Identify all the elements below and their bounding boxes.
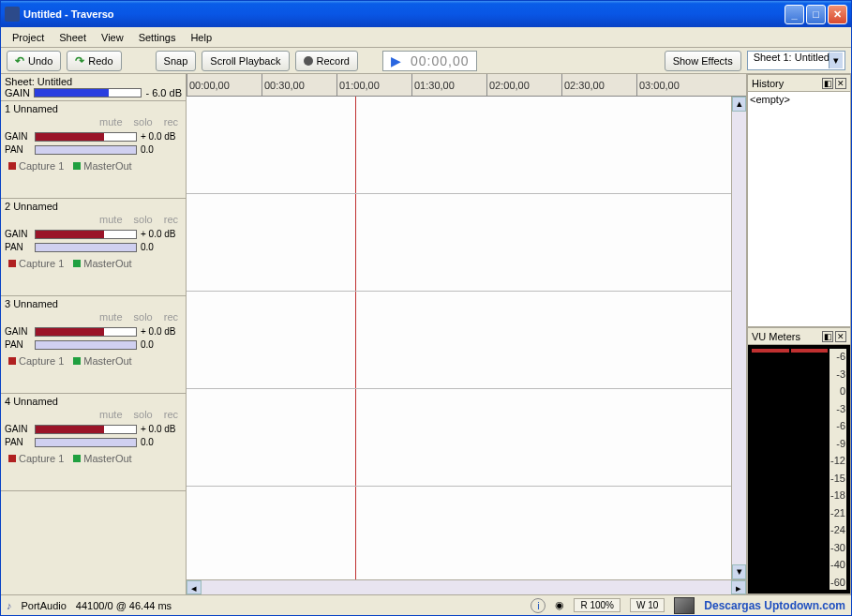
track-solo-button[interactable]: solo xyxy=(134,116,153,128)
track-mute-button[interactable]: mute xyxy=(99,409,122,420)
transport-display: ▶ 00:00,00 xyxy=(382,51,478,71)
track-input-port[interactable]: Capture 1 xyxy=(8,453,64,464)
menu-sheet[interactable]: Sheet xyxy=(52,30,94,45)
track-rec-button[interactable]: rec xyxy=(164,409,178,420)
menu-project[interactable]: Project xyxy=(5,30,52,45)
track-input-port[interactable]: Capture 1 xyxy=(8,258,64,269)
horizontal-scrollbar[interactable]: ◂ ▸ xyxy=(187,579,746,594)
track-gain-value: + 0.0 dB xyxy=(141,229,182,239)
track-solo-button[interactable]: solo xyxy=(134,409,153,420)
track-lane[interactable] xyxy=(187,194,746,292)
minimize-button[interactable]: _ xyxy=(785,5,804,24)
track-lane[interactable] xyxy=(187,389,746,487)
track-output-port[interactable]: MasterOut xyxy=(73,258,131,269)
cd-icon[interactable]: ◉ xyxy=(555,599,564,611)
sheet-gain-slider[interactable] xyxy=(34,88,142,98)
scroll-up-icon[interactable]: ▴ xyxy=(732,97,746,112)
history-list[interactable]: <empty> xyxy=(748,92,850,326)
zoom-r[interactable]: R 100% xyxy=(574,598,620,612)
vertical-scrollbar[interactable]: ▴ ▾ xyxy=(731,97,746,579)
scroll-right-icon[interactable]: ▸ xyxy=(731,580,746,594)
scroll-playback-button[interactable]: Scroll Playback xyxy=(202,51,289,71)
track-gain-slider[interactable] xyxy=(35,132,137,142)
track-rec-button[interactable]: rec xyxy=(164,116,178,128)
tracks-canvas[interactable] xyxy=(187,97,746,579)
zoom-w[interactable]: W 10 xyxy=(630,598,665,612)
sheet-selector[interactable]: Sheet 1: Untitled xyxy=(747,51,845,70)
dock-close-icon[interactable]: ✕ xyxy=(835,78,846,89)
track-output-port[interactable]: MasterOut xyxy=(73,160,131,172)
vertical-scroll-track[interactable] xyxy=(732,112,746,564)
track-name[interactable]: 2 Unnamed xyxy=(5,201,182,212)
vu-scale-tick: -3 xyxy=(830,403,845,414)
toolbar: ↶Undo ↷Redo Snap Scroll Playback Record … xyxy=(1,48,851,74)
output-icon xyxy=(73,260,81,267)
track-name[interactable]: 4 Unnamed xyxy=(5,396,182,407)
track-pan-value: 0.0 xyxy=(141,437,182,447)
scroll-down-icon[interactable]: ▾ xyxy=(732,564,746,579)
redo-arrow-icon: ↷ xyxy=(75,54,84,68)
horizontal-scroll-track[interactable] xyxy=(202,580,731,594)
track-pan-slider[interactable] xyxy=(35,243,137,252)
undo-button[interactable]: ↶Undo xyxy=(7,51,61,71)
info-icon[interactable]: i xyxy=(531,598,546,613)
statusbar: ♪ PortAudio 44100/0 @ 46.44 ms i ◉ R 100… xyxy=(1,594,851,615)
app-icon xyxy=(5,7,20,22)
input-icon xyxy=(8,162,16,170)
vumeters-panel: VU Meters ◧ ✕ -6-30-3-6-9-12-15-18-21-24… xyxy=(747,327,851,594)
track-rec-button[interactable]: rec xyxy=(164,311,178,323)
track-mute-button[interactable]: mute xyxy=(99,116,122,128)
track-output-port[interactable]: MasterOut xyxy=(73,355,131,367)
track-gain-slider[interactable] xyxy=(35,327,137,337)
track-mute-button[interactable]: mute xyxy=(99,214,122,225)
play-icon[interactable]: ▶ xyxy=(391,53,401,68)
menu-settings[interactable]: Settings xyxy=(131,30,184,45)
sheet-gain-label: GAIN xyxy=(5,87,30,98)
timeline-area: 00:00,0000:30,0001:00,0001:30,0002:00,00… xyxy=(187,74,746,594)
note-icon: ♪ xyxy=(7,600,12,611)
track-pan-slider[interactable] xyxy=(35,145,137,155)
track-mute-button[interactable]: mute xyxy=(99,311,122,323)
dock-float-icon[interactable]: ◧ xyxy=(822,331,833,342)
track-gain-slider[interactable] xyxy=(35,425,137,434)
redo-button[interactable]: ↷Redo xyxy=(67,51,121,71)
track-pan-slider[interactable] xyxy=(35,438,137,447)
vu-scale-tick: -9 xyxy=(830,438,845,449)
sheet-name: Sheet: Untitled xyxy=(5,76,182,87)
time-ruler[interactable]: 00:00,0000:30,0001:00,0001:30,0002:00,00… xyxy=(187,74,746,97)
track-input-port[interactable]: Capture 1 xyxy=(8,160,64,172)
track-pan-slider[interactable] xyxy=(35,340,137,350)
menu-view[interactable]: View xyxy=(94,30,131,45)
track-gain-value: + 0.0 dB xyxy=(141,131,182,142)
close-button[interactable]: ✕ xyxy=(828,5,847,24)
dock-close-icon[interactable]: ✕ xyxy=(835,331,846,342)
time-tick: 02:00,00 xyxy=(486,74,530,96)
track-panel: Sheet: Untitled GAIN - 6.0 dB 1 Unnamedm… xyxy=(1,74,187,594)
track-lane[interactable] xyxy=(187,292,746,389)
history-item-empty: <empty> xyxy=(750,94,848,105)
uptodown-label: Descargas Uptodown.com xyxy=(704,599,845,612)
track-lane[interactable] xyxy=(187,97,746,194)
track-solo-button[interactable]: solo xyxy=(134,311,153,323)
vu-scale-tick: -15 xyxy=(830,473,845,484)
track-name[interactable]: 1 Unnamed xyxy=(5,103,182,114)
menu-help[interactable]: Help xyxy=(183,30,219,45)
snap-button[interactable]: Snap xyxy=(156,51,197,71)
titlebar[interactable]: Untitled - Traverso _ □ ✕ xyxy=(1,1,851,27)
scroll-left-icon[interactable]: ◂ xyxy=(187,580,202,594)
dock-float-icon[interactable]: ◧ xyxy=(822,78,833,89)
track-gain-slider[interactable] xyxy=(35,230,137,239)
track-rec-button[interactable]: rec xyxy=(164,214,178,225)
track-name[interactable]: 3 Unnamed xyxy=(5,298,182,309)
record-button[interactable]: Record xyxy=(295,51,358,71)
vu-scale-tick: -3 xyxy=(830,368,845,380)
track-output-port[interactable]: MasterOut xyxy=(73,453,131,464)
show-effects-button[interactable]: Show Effects xyxy=(665,51,741,71)
input-icon xyxy=(8,357,16,365)
track-solo-button[interactable]: solo xyxy=(134,214,153,225)
app-window: Untitled - Traverso _ □ ✕ Project Sheet … xyxy=(0,0,852,616)
output-icon xyxy=(73,162,81,170)
track-pan-value: 0.0 xyxy=(141,144,182,155)
track-input-port[interactable]: Capture 1 xyxy=(8,355,64,367)
maximize-button[interactable]: □ xyxy=(806,5,826,24)
